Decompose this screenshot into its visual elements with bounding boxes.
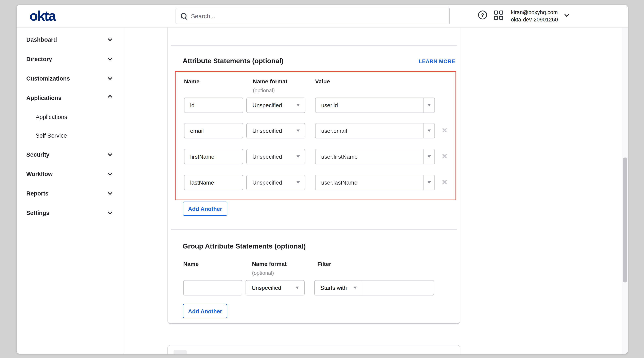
attr-name-input[interactable]: firstName bbox=[184, 149, 243, 164]
chevron-down-icon bbox=[108, 56, 112, 61]
sidebar-item-self-service[interactable]: Self Service bbox=[16, 126, 123, 145]
column-header-filter: Filter bbox=[317, 261, 331, 267]
chevron-down-icon bbox=[108, 210, 112, 214]
chevron-up-icon bbox=[108, 95, 112, 100]
attribute-statements-title: Attribute Statements (optional) bbox=[183, 57, 284, 65]
dropdown-arrow-button[interactable] bbox=[423, 175, 434, 190]
search-icon bbox=[181, 13, 187, 19]
attr-format-select[interactable]: Unspecified bbox=[246, 97, 306, 113]
sidebar-item-security[interactable]: Security bbox=[16, 145, 123, 164]
section-divider bbox=[171, 45, 456, 46]
dropdown-arrow-icon bbox=[428, 129, 430, 132]
dropdown-arrow-icon bbox=[354, 286, 357, 289]
dropdown-arrow-icon bbox=[296, 129, 300, 132]
dropdown-arrow-icon bbox=[428, 104, 430, 106]
browser-window: okta ? kiran@boxyhq.com okta-dev-2090126… bbox=[16, 5, 628, 354]
sidebar-item-customizations[interactable]: Customizations bbox=[16, 69, 123, 88]
column-header-format: Name format bbox=[252, 261, 286, 267]
sidebar-item-directory[interactable]: Directory bbox=[16, 49, 123, 69]
sidebar-item-settings[interactable]: Settings bbox=[16, 203, 123, 223]
sidebar-item-reports[interactable]: Reports bbox=[16, 184, 123, 203]
saml-settings-card: Attribute Statements (optional) LEARN MO… bbox=[167, 28, 460, 324]
chevron-down-icon bbox=[108, 190, 112, 195]
account-menu[interactable]: kiran@boxyhq.com okta-dev-20901260 bbox=[507, 9, 562, 23]
sidebar-item-applications-sub[interactable]: Applications bbox=[16, 108, 123, 126]
attr-format-select[interactable]: Unspecified bbox=[246, 149, 306, 164]
remove-row-button[interactable]: ✕ bbox=[440, 149, 448, 164]
dropdown-arrow-icon bbox=[296, 104, 300, 106]
column-header-name: Name bbox=[183, 261, 198, 267]
stage: okta ? kiran@boxyhq.com okta-dev-2090126… bbox=[0, 0, 644, 358]
column-header-name: Name bbox=[184, 78, 200, 84]
attr-name-input[interactable]: id bbox=[184, 97, 243, 113]
preview-placeholder-badge bbox=[173, 350, 187, 354]
sidebar-item-workflow[interactable]: Workflow bbox=[16, 164, 123, 184]
column-header-format: Name format bbox=[253, 78, 288, 84]
dropdown-arrow-button[interactable] bbox=[423, 123, 434, 138]
attr-value-combobox[interactable]: user.email bbox=[315, 123, 435, 138]
group-filter-value-input[interactable] bbox=[361, 280, 434, 295]
group-filter-type-select[interactable]: Starts with bbox=[315, 280, 354, 295]
attr-value-combobox[interactable]: user.firstName bbox=[315, 149, 435, 164]
dropdown-arrow-icon bbox=[296, 286, 299, 289]
sidebar-nav: Dashboard Directory Customizations Appli… bbox=[16, 28, 124, 354]
search-input[interactable] bbox=[191, 13, 433, 20]
add-another-attribute-button[interactable]: Add Another bbox=[183, 202, 227, 216]
column-header-value: Value bbox=[315, 78, 330, 84]
dropdown-arrow-icon bbox=[428, 181, 430, 184]
chevron-down-icon bbox=[108, 37, 112, 41]
group-filter-group: Starts with bbox=[314, 280, 434, 295]
chevron-down-icon bbox=[108, 152, 112, 156]
dropdown-arrow-icon bbox=[296, 155, 300, 158]
attr-value-combobox[interactable]: user.id bbox=[315, 97, 435, 113]
scrollbar-thumb[interactable] bbox=[623, 157, 627, 282]
attr-name-input[interactable]: email bbox=[184, 123, 243, 138]
chevron-down-icon bbox=[108, 171, 112, 176]
dropdown-arrow-icon bbox=[428, 155, 430, 158]
page-scrollbar[interactable] bbox=[622, 28, 628, 354]
remove-row-button[interactable]: ✕ bbox=[440, 175, 448, 190]
add-another-group-attribute-button[interactable]: Add Another bbox=[183, 304, 227, 318]
account-email: kiran@boxyhq.com bbox=[507, 9, 562, 16]
attr-format-select[interactable]: Unspecified bbox=[246, 175, 306, 190]
next-section-card bbox=[167, 345, 460, 354]
attr-value-combobox[interactable]: user.lastName bbox=[315, 175, 435, 190]
search-box[interactable] bbox=[176, 8, 450, 24]
apps-grid-icon[interactable] bbox=[494, 11, 503, 20]
attr-format-select[interactable]: Unspecified bbox=[246, 123, 306, 138]
column-header-format-optional: (optional) bbox=[252, 270, 274, 276]
attribute-statements-highlight-box: Name Name format (optional) Value id Uns… bbox=[175, 71, 456, 200]
learn-more-link[interactable]: LEARN MORE bbox=[419, 58, 455, 64]
account-org: okta-dev-20901260 bbox=[507, 16, 562, 23]
sidebar-item-dashboard[interactable]: Dashboard bbox=[16, 30, 123, 49]
dropdown-arrow-icon bbox=[296, 181, 300, 184]
okta-logo[interactable]: okta bbox=[30, 8, 56, 24]
dropdown-arrow-button[interactable] bbox=[423, 98, 434, 112]
sidebar-item-applications[interactable]: Applications bbox=[16, 88, 123, 108]
attr-name-input[interactable]: lastName bbox=[184, 175, 243, 190]
section-divider bbox=[171, 229, 456, 230]
group-attribute-statements-title: Group Attribute Statements (optional) bbox=[183, 242, 306, 250]
dropdown-arrow-button[interactable] bbox=[423, 149, 434, 164]
chevron-down-icon bbox=[108, 76, 112, 80]
group-format-select[interactable]: Unspecified bbox=[246, 280, 304, 295]
column-header-format-optional: (optional) bbox=[253, 87, 275, 93]
help-icon[interactable]: ? bbox=[478, 11, 487, 20]
remove-row-button[interactable]: ✕ bbox=[440, 123, 448, 138]
top-header: okta ? kiran@boxyhq.com okta-dev-2090126… bbox=[16, 5, 628, 28]
group-name-input[interactable] bbox=[183, 280, 242, 295]
account-chevron-down-icon[interactable] bbox=[564, 12, 569, 17]
